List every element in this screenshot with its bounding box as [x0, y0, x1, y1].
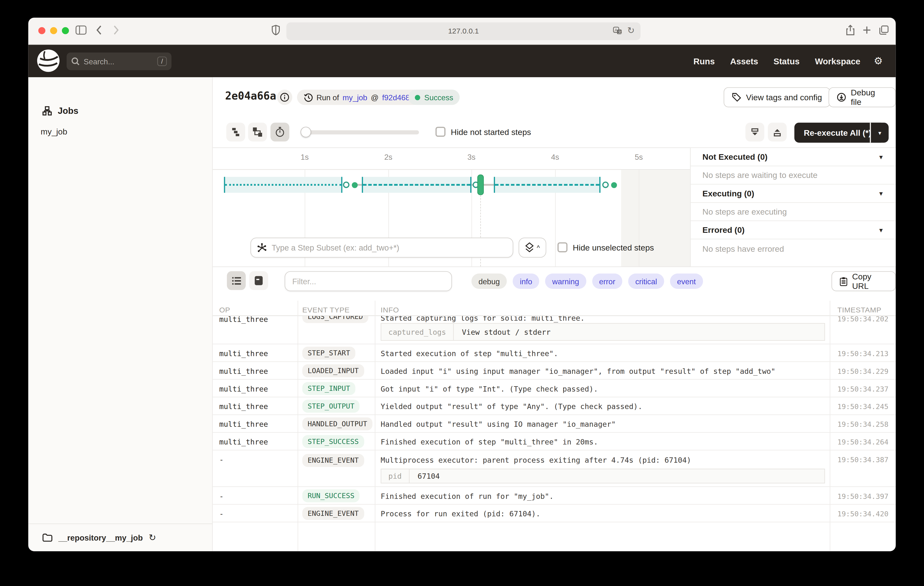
view-timed-button[interactable]	[271, 122, 289, 142]
reexecute-dropdown-caret[interactable]: ▾	[870, 122, 889, 143]
hide-not-started-label: Hide not started steps	[451, 127, 531, 136]
panel-errored-header[interactable]: Errored (0) ▼	[691, 221, 896, 239]
selected-step-marker[interactable]	[477, 175, 484, 195]
log-filter-input[interactable]	[292, 277, 440, 285]
close-button[interactable]	[38, 27, 45, 34]
level-chip-debug[interactable]: debug	[472, 273, 507, 289]
view-flat-button[interactable]	[226, 122, 245, 142]
log-list-view-button[interactable]	[227, 271, 246, 290]
scroll-to-top-button[interactable]	[768, 122, 787, 142]
captured-logs-box: captured_logs View stdout / stderr	[381, 323, 825, 341]
timestamp-cell: 19:50:34.258	[837, 420, 889, 429]
timestamp-cell: 19:50:34.213	[837, 349, 889, 358]
level-chip-warning[interactable]: warning	[545, 273, 586, 289]
gantt-step-bar-3[interactable]	[494, 177, 601, 193]
nav-runs[interactable]: Runs	[693, 56, 715, 66]
run-page: 2e04a66a Run of my_job @ f92d468a Succes…	[213, 77, 896, 551]
shield-icon	[272, 25, 280, 35]
op-cell: multi_three	[219, 349, 268, 358]
settings-gear-icon[interactable]: ⚙	[874, 45, 883, 78]
search-input[interactable]	[84, 57, 148, 66]
hide-unselected-checkbox[interactable]	[558, 242, 567, 252]
step-subset-field[interactable]	[251, 238, 513, 258]
tabs-overview-icon[interactable]	[879, 25, 889, 35]
step-status-panel: Not Executed (0) ▼ No steps are waiting …	[690, 148, 896, 267]
log-row-step-start[interactable]: multi_three STEP_START Started execution…	[213, 344, 896, 362]
folder-icon	[43, 533, 53, 542]
log-filter-field[interactable]	[285, 271, 452, 291]
axis-tick-2s: 2s	[384, 153, 393, 161]
timestamp-cell: 19:50:34.245	[837, 403, 889, 411]
forward-button[interactable]	[113, 25, 119, 35]
repository-reload-icon[interactable]: ↻	[149, 532, 156, 543]
reexecute-all-button[interactable]: Re-execute All (*)	[794, 122, 881, 143]
view-waterfall-button[interactable]	[248, 122, 267, 142]
svg-text:文: 文	[619, 30, 622, 34]
nav-workspace[interactable]: Workspace	[815, 56, 860, 66]
graph-layers-button[interactable]: ^	[518, 238, 546, 258]
log-row-loaded-input[interactable]: multi_three LOADED_INPUT Loaded input "i…	[213, 362, 896, 380]
level-chip-error[interactable]: error	[592, 273, 622, 289]
nav-assets[interactable]: Assets	[730, 56, 758, 66]
reload-button[interactable]: ↻	[627, 25, 635, 36]
step-subset-input[interactable]	[272, 243, 484, 252]
status-dot	[415, 95, 420, 100]
log-row-step-success[interactable]: multi_three STEP_SUCCESS Finished execut…	[213, 433, 896, 450]
level-chip-event[interactable]: event	[670, 273, 703, 289]
status-label: Success	[424, 93, 453, 101]
panel-not-executed-message: No steps are waiting to execute	[691, 166, 896, 184]
axis-tick-1s: 1s	[300, 153, 309, 161]
view-tags-label: View tags and config	[746, 93, 822, 102]
panel-executing-header[interactable]: Executing (0) ▼	[691, 184, 896, 203]
log-row-handled-output[interactable]: multi_three HANDLED_OUTPUT Handled outpu…	[213, 415, 896, 433]
sidebar-job-my-job[interactable]: my_job	[41, 127, 68, 136]
debug-file-button[interactable]: Debug file	[828, 87, 896, 107]
log-row-engine-event-exit[interactable]: - ENGINE_EVENT Process for run exited (p…	[213, 505, 896, 522]
event-type-tag: HANDLED_OUTPUT	[302, 417, 373, 430]
event-type-tag: RUN_SUCCESS	[302, 489, 360, 502]
timestamp-cell: 19:50:34.387	[837, 456, 889, 464]
level-chip-info[interactable]: info	[513, 273, 539, 289]
new-tab-icon[interactable]	[863, 26, 871, 34]
copy-url-button[interactable]: Copy URL	[832, 271, 896, 291]
share-icon[interactable]	[846, 25, 855, 35]
log-row-step-output[interactable]: multi_three STEP_OUTPUT Yielded output "…	[213, 397, 896, 415]
view-tags-button[interactable]: View tags and config	[724, 87, 830, 107]
translate-icon[interactable]: A文	[613, 26, 623, 35]
log-row-engine-event[interactable]: - ENGINE_EVENT Multiprocess executor: pa…	[213, 450, 896, 487]
pid-box: pid 67104	[381, 469, 825, 483]
structured-view-button[interactable]	[249, 271, 268, 290]
run-job-link[interactable]: my_job	[343, 93, 367, 101]
timestamp-cell: 19:50:34.237	[837, 385, 889, 393]
zoom-slider-handle[interactable]	[300, 127, 311, 137]
zoom-slider-track[interactable]	[306, 130, 419, 134]
log-row-run-success[interactable]: - RUN_SUCCESS Finished execution of run …	[213, 487, 896, 505]
minimize-button[interactable]	[50, 27, 57, 34]
zoom-button[interactable]	[62, 27, 69, 34]
nav-status[interactable]: Status	[774, 56, 800, 66]
url-field[interactable]: 127.0.0.1 A文 ↻	[286, 22, 640, 40]
run-end-dot	[611, 182, 617, 188]
scroll-to-bottom-button[interactable]	[746, 122, 764, 142]
sidebar-toggle-icon[interactable]	[76, 25, 87, 35]
back-button[interactable]	[96, 25, 102, 35]
gantt-step-bar-1[interactable]	[224, 177, 342, 193]
dagster-logo[interactable]	[36, 49, 60, 73]
run-info-button[interactable]	[277, 89, 292, 105]
event-type-tag: STEP_OUTPUT	[302, 400, 360, 413]
hide-not-started-checkbox[interactable]	[436, 127, 446, 137]
event-type-tag: LOGS_CAPTURED	[302, 316, 368, 323]
log-row-step-input[interactable]: multi_three STEP_INPUT Got input "i" of …	[213, 380, 896, 397]
global-search[interactable]: /	[66, 53, 171, 70]
view-stdout-link[interactable]: View stdout / stderr	[454, 324, 559, 340]
gantt-step-bar-2[interactable]	[362, 177, 472, 193]
event-type-tag: ENGINE_EVENT	[302, 507, 364, 520]
repository-footer: __repository__my_job ↻	[28, 524, 212, 551]
jobs-section-header: Jobs	[43, 106, 78, 116]
axis-divider	[213, 169, 690, 170]
panel-not-executed-header[interactable]: Not Executed (0) ▼	[691, 148, 896, 166]
log-row-logs-captured[interactable]: multi_three LOGS_CAPTURED Started captur…	[213, 316, 896, 344]
step-start-ring	[343, 182, 350, 188]
log-level-chips: debug info warning error critical event	[472, 273, 703, 289]
level-chip-critical[interactable]: critical	[628, 273, 664, 289]
